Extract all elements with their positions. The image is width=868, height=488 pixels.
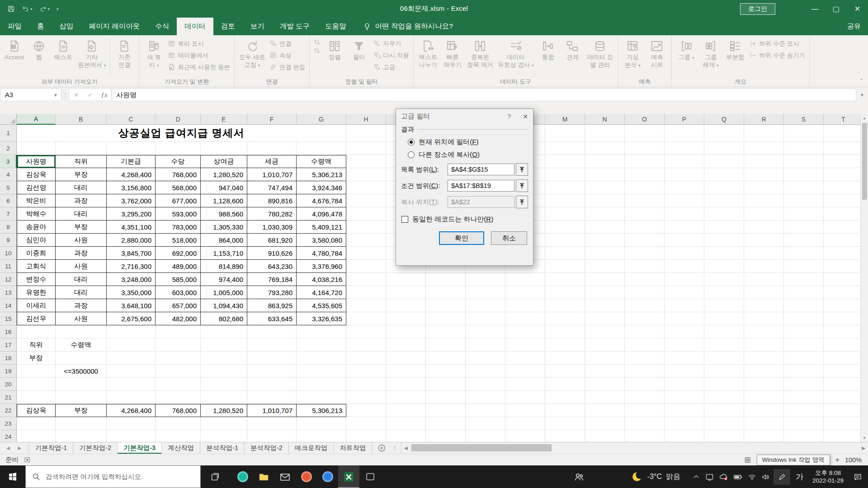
cell-M11[interactable] xyxy=(545,260,585,273)
cell-A4[interactable]: 김상욱 xyxy=(17,168,56,181)
cell-F21[interactable] xyxy=(247,391,297,404)
cell-O18[interactable] xyxy=(625,352,665,365)
cell-T19[interactable] xyxy=(824,365,863,378)
cell-O21[interactable] xyxy=(625,391,665,404)
cell-Q19[interactable] xyxy=(704,365,744,378)
cell-B5[interactable]: 대리 xyxy=(56,181,107,194)
cell-M18[interactable] xyxy=(545,352,585,365)
cell-O20[interactable] xyxy=(625,378,665,391)
cell-R21[interactable] xyxy=(744,391,784,404)
cell-A9[interactable]: 심민아 xyxy=(17,234,56,247)
cell-N5[interactable] xyxy=(585,181,625,194)
cell-Q11[interactable] xyxy=(704,260,744,273)
cell-D21[interactable] xyxy=(156,391,201,404)
cell-C16[interactable] xyxy=(107,325,156,338)
cell-N20[interactable] xyxy=(585,378,625,391)
cell-F9[interactable]: 681,920 xyxy=(247,234,297,247)
cell-F3[interactable]: 세금 xyxy=(247,155,297,168)
cell-G6[interactable]: 4,676,784 xyxy=(297,194,346,207)
cell-F16[interactable] xyxy=(247,325,297,338)
cell-F6[interactable]: 890,816 xyxy=(247,194,297,207)
cell-D13[interactable]: 603,000 xyxy=(156,286,201,299)
sheet-tab-기본작업-2[interactable]: 기본작업-2 xyxy=(73,442,118,454)
cell-S4[interactable] xyxy=(784,168,824,181)
cell-H2[interactable] xyxy=(346,142,386,155)
cell-O19[interactable] xyxy=(625,365,665,378)
cancel-button[interactable]: 취소 xyxy=(491,231,527,245)
cell-D15[interactable]: 482,000 xyxy=(156,312,201,325)
cell-I23[interactable] xyxy=(386,417,426,430)
cell-O22[interactable] xyxy=(625,404,665,417)
cell-R17[interactable] xyxy=(744,338,784,352)
cell-T3[interactable] xyxy=(824,155,863,168)
row-header-4[interactable]: 4 xyxy=(0,168,17,181)
cell-H17[interactable] xyxy=(346,338,386,352)
cell-C20[interactable] xyxy=(107,378,156,391)
cell-D14[interactable]: 657,000 xyxy=(156,299,201,312)
ribbon-tab-도움말[interactable]: 도움말 xyxy=(317,18,354,35)
cell-H11[interactable] xyxy=(346,260,386,273)
cell-E22[interactable]: 1,280,520 xyxy=(201,404,247,417)
cell-D2[interactable] xyxy=(156,142,201,155)
row-header-2[interactable]: 2 xyxy=(0,142,17,155)
minimize-button[interactable]: — xyxy=(804,0,826,18)
file-explorer-icon[interactable] xyxy=(253,465,274,488)
column-header-F[interactable]: F xyxy=(247,114,297,125)
ribbon-button-통합[interactable]: 통합 xyxy=(536,37,560,61)
cell-P14[interactable] xyxy=(665,299,704,312)
cell-O2[interactable] xyxy=(625,142,665,155)
cell-T20[interactable] xyxy=(824,378,863,391)
cell-L14[interactable] xyxy=(505,299,545,312)
cell-Q3[interactable] xyxy=(704,155,744,168)
cell-L16[interactable] xyxy=(505,325,545,338)
cell-G18[interactable] xyxy=(297,352,346,365)
cell-B4[interactable]: 부장 xyxy=(56,168,107,181)
cell-D17[interactable] xyxy=(156,338,201,352)
cell-L19[interactable] xyxy=(505,365,545,378)
name-box-dropdown-icon[interactable]: ▼ xyxy=(53,93,61,98)
cell-E12[interactable]: 974,400 xyxy=(201,273,247,286)
cell-B19[interactable]: <=3500000 xyxy=(56,365,107,378)
row-header-23[interactable]: 23 xyxy=(0,417,17,430)
column-header-E[interactable]: E xyxy=(201,114,247,125)
cell-P17[interactable] xyxy=(665,338,704,352)
cell-Q9[interactable] xyxy=(704,234,744,247)
cell-D11[interactable]: 489,000 xyxy=(156,260,201,273)
tablet-icon[interactable] xyxy=(705,473,714,481)
row-header-10[interactable]: 10 xyxy=(0,247,17,260)
cell-M3[interactable] xyxy=(545,155,585,168)
cell-M10[interactable] xyxy=(545,247,585,260)
cell-S18[interactable] xyxy=(784,352,824,365)
row-header-13[interactable]: 13 xyxy=(0,286,17,299)
tray-expand-icon[interactable] xyxy=(692,473,700,481)
cell-O6[interactable] xyxy=(625,194,665,207)
cell-J22[interactable] xyxy=(426,404,466,417)
cell-A11[interactable]: 고회식 xyxy=(17,260,56,273)
cell-R13[interactable] xyxy=(744,286,784,299)
customize-qat-icon[interactable]: ▾ xyxy=(57,7,59,11)
start-button[interactable] xyxy=(0,465,25,488)
cell-R22[interactable] xyxy=(744,404,784,417)
cell-B10[interactable]: 과장 xyxy=(56,247,107,260)
cell-I16[interactable] xyxy=(386,325,426,338)
cell-I12[interactable] xyxy=(386,273,426,286)
sheet-tab-차트작업[interactable]: 차트작업 xyxy=(334,442,372,454)
cell-L24[interactable] xyxy=(505,430,545,442)
cell-S9[interactable] xyxy=(784,234,824,247)
ribbon-tab-file[interactable]: 파일 xyxy=(0,18,29,35)
row-header-20[interactable]: 20 xyxy=(0,378,17,391)
cell-B22[interactable]: 부장 xyxy=(56,404,107,417)
sheet-tab-기본작업-3[interactable]: 기본작업-3 xyxy=(118,442,162,454)
cell-H22[interactable] xyxy=(346,404,386,417)
cell-D18[interactable] xyxy=(156,352,201,365)
cell-E16[interactable] xyxy=(201,325,247,338)
cell-G7[interactable]: 4,096,478 xyxy=(297,207,346,221)
ribbon-tab-홈[interactable]: 홈 xyxy=(29,18,52,35)
radio-filter-in-place[interactable]: 현재 위치에 필터(F) xyxy=(408,138,528,146)
redo-icon[interactable]: ▾ xyxy=(39,5,50,13)
cell-K14[interactable] xyxy=(466,299,505,312)
cell-L20[interactable] xyxy=(505,378,545,391)
ribbon-button-연결-icon[interactable]: 연결 xyxy=(268,38,307,49)
cell-I20[interactable] xyxy=(386,378,426,391)
column-header-A[interactable]: A xyxy=(17,114,56,125)
